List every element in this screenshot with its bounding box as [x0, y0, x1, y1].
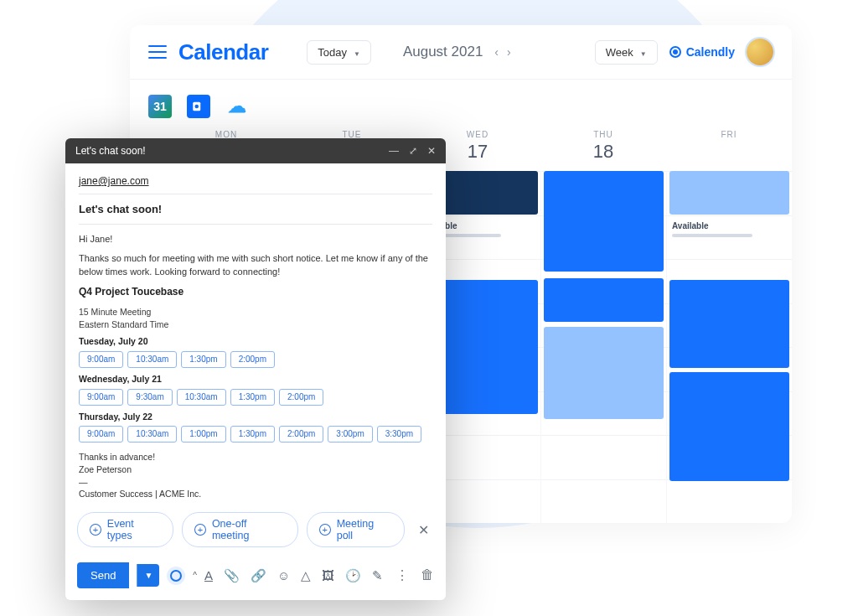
svg-point-1: [195, 105, 199, 109]
time-slot-chip[interactable]: 1:30pm: [230, 389, 275, 406]
event-block[interactable]: [669, 171, 789, 215]
outlook-icon[interactable]: [187, 95, 210, 118]
compose-title-text: Let's chat soon!: [75, 145, 146, 157]
time-slot-chip[interactable]: 3:00pm: [328, 426, 372, 443]
signoff-line: Thanks in advance!: [79, 451, 432, 463]
time-slot-chip[interactable]: 9:00am: [79, 426, 123, 443]
calendly-schedule-icon[interactable]: [167, 567, 185, 585]
calendly-label: Calendly: [686, 45, 735, 59]
format-icon[interactable]: A: [204, 568, 213, 582]
minimize-icon[interactable]: —: [389, 145, 399, 157]
scheduling-pills-row: + Event types + One-off meeting + Meetin…: [65, 505, 446, 554]
image-icon[interactable]: 🖼: [322, 568, 334, 582]
email-compose-window: Let's chat soon! — ⤢ ✕ jane@jane.com Let…: [65, 138, 446, 600]
slot-day-label: Tuesday, July 20: [79, 335, 432, 348]
plus-icon: +: [194, 524, 206, 536]
time-slot-chip[interactable]: 1:30pm: [230, 426, 275, 443]
time-slot-chip[interactable]: 9:30am: [127, 389, 172, 406]
to-value: jane@jane.com: [79, 175, 149, 187]
col-fri[interactable]: Available: [666, 171, 792, 523]
time-slot-chip[interactable]: 10:30am: [127, 426, 177, 443]
pills-close-icon[interactable]: ✕: [413, 522, 434, 538]
time-slot-chip[interactable]: 10:30am: [177, 389, 226, 406]
avatar[interactable]: [747, 39, 773, 65]
pen-icon[interactable]: ✎: [372, 568, 383, 583]
prev-arrow-icon[interactable]: ‹: [494, 45, 499, 59]
time-slot-chip[interactable]: 9:00am: [79, 389, 123, 406]
time-slot-chip[interactable]: 2:00pm: [279, 426, 323, 443]
compose-titlebar[interactable]: Let's chat soon! — ⤢ ✕: [65, 138, 446, 163]
lock-icon[interactable]: 🕑: [345, 568, 361, 583]
body-greeting: Hi Jane!: [79, 233, 432, 246]
subject-field[interactable]: Let's chat soon!: [79, 203, 432, 225]
caret-down-icon: [638, 46, 647, 59]
slot-day-label: Thursday, July 22: [79, 411, 432, 423]
emoji-icon[interactable]: ☺: [277, 568, 290, 582]
time-slot-chip[interactable]: 3:30pm: [377, 426, 421, 443]
time-slot-chip[interactable]: 1:00pm: [181, 426, 225, 443]
drive-icon[interactable]: △: [301, 568, 311, 583]
cloud-icon[interactable]: ☁: [225, 95, 249, 118]
today-label: Today: [318, 46, 347, 59]
slot-day: Wednesday, July 219:00am9:30am10:30am1:3…: [79, 373, 432, 406]
plus-icon: +: [319, 524, 331, 536]
trash-icon[interactable]: 🗑: [421, 567, 434, 583]
event-block[interactable]: [669, 372, 789, 481]
time-slot-chip[interactable]: 10:30am: [127, 351, 177, 368]
link-icon[interactable]: 🔗: [251, 568, 266, 583]
signoff-dash: —: [79, 476, 432, 489]
meeting-title: Q4 Project Toucebase: [79, 285, 432, 299]
integrations-row: 31 ☁: [130, 80, 792, 127]
event-block[interactable]: [669, 280, 789, 368]
month-label: August 2021: [403, 44, 483, 60]
next-arrow-icon[interactable]: ›: [507, 45, 511, 59]
meeting-timezone: Eastern Standard Time: [79, 318, 432, 331]
day-thu: THU 18: [540, 130, 666, 163]
google-calendar-icon[interactable]: 31: [148, 95, 172, 118]
today-button[interactable]: Today: [307, 40, 371, 65]
email-body[interactable]: Hi Jane! Thanks so much for meeting with…: [79, 233, 432, 500]
view-selector[interactable]: Week: [595, 40, 658, 65]
expand-icon[interactable]: ⤢: [409, 145, 417, 157]
caret-down-icon: [352, 46, 360, 59]
pill-event-types[interactable]: + Event types: [77, 512, 173, 547]
meeting-duration: 15 Minute Meeting: [79, 306, 432, 318]
event-block[interactable]: [544, 327, 664, 419]
available-slot[interactable]: Available: [672, 221, 787, 237]
slot-day: Thursday, July 229:00am10:30am1:00pm1:30…: [79, 411, 432, 443]
compose-footer: Send ▼ ^ A 📎 🔗 ☺ △ 🖼 🕑 ✎ ⋮ 🗑: [65, 554, 446, 600]
time-slot-chip[interactable]: 2:00pm: [230, 351, 275, 368]
view-label: Week: [606, 46, 633, 59]
app-brand: Calendar: [178, 39, 268, 65]
plus-icon: +: [90, 524, 101, 536]
menu-icon[interactable]: [148, 45, 167, 59]
event-block[interactable]: [544, 278, 664, 322]
body-intro: Thanks so much for meeting with me with …: [79, 252, 432, 278]
pill-meeting-poll[interactable]: + Meeting poll: [307, 512, 405, 547]
signoff-role: Customer Success | ACME Inc.: [79, 488, 432, 500]
calendly-icon: [669, 46, 681, 58]
calendar-header: Calendar Today August 2021 ‹ › Week Cale…: [130, 25, 792, 80]
time-slot-chip[interactable]: 9:00am: [79, 351, 123, 368]
event-block[interactable]: [544, 171, 664, 272]
day-fri: FRI: [666, 130, 792, 163]
signoff-name: Zoe Peterson: [79, 463, 432, 476]
time-slot-chip[interactable]: 2:00pm: [279, 389, 323, 406]
time-slot-chip[interactable]: 1:30pm: [181, 351, 225, 368]
to-field[interactable]: jane@jane.com: [79, 172, 432, 194]
pill-one-off[interactable]: + One-off meeting: [182, 512, 298, 547]
slot-day-label: Wednesday, July 21: [79, 373, 432, 386]
send-button[interactable]: Send: [77, 562, 129, 588]
close-icon[interactable]: ✕: [427, 145, 436, 157]
attach-icon[interactable]: 📎: [224, 568, 240, 583]
schedule-caret-icon[interactable]: ^: [193, 571, 197, 580]
more-icon[interactable]: ⋮: [395, 567, 409, 583]
calendly-badge[interactable]: Calendly: [669, 45, 735, 59]
slot-day: Tuesday, July 209:00am10:30am1:30pm2:00p…: [79, 335, 432, 368]
col-thu[interactable]: [540, 171, 666, 523]
send-dropdown[interactable]: ▼: [137, 564, 159, 587]
